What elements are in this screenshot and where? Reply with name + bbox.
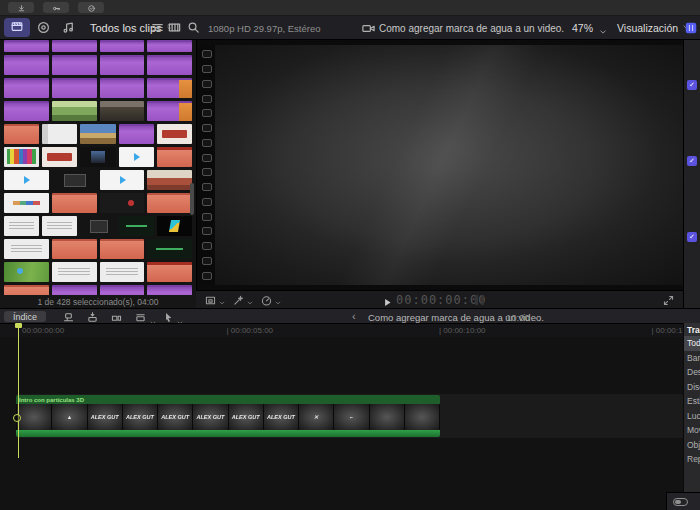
clip-thumbnail-white-doc[interactable] — [42, 124, 77, 144]
clip-thumbnail-dark-window[interactable] — [52, 170, 97, 190]
clip-thumbnail-purple[interactable] — [100, 55, 145, 75]
browser-scrollbar[interactable] — [190, 183, 194, 215]
zoom-level-value[interactable]: 47% — [572, 22, 593, 34]
music-browser-button[interactable] — [61, 20, 76, 39]
zoom-chevron-down-icon[interactable] — [598, 23, 608, 41]
clip-thumbnail-terminal[interactable] — [100, 193, 145, 213]
browser-row — [4, 101, 192, 121]
playhead-knob[interactable] — [15, 323, 22, 328]
clip-thumbnail-coral[interactable] — [147, 193, 192, 213]
title-clip-filmstrip: ▲ALEX GUTALEX GUTALEX GUTALEX GUTALEX GU… — [16, 404, 440, 430]
key-button[interactable] — [43, 2, 69, 13]
clip-thumbnail-coral[interactable] — [100, 239, 145, 259]
clip-thumbnail-purple[interactable] — [119, 124, 154, 144]
transitions-category-barri[interactable]: Barri — [684, 351, 700, 366]
timeline-back-button[interactable]: ‹ — [352, 310, 356, 322]
clip-thumbnail-purple[interactable] — [100, 285, 145, 295]
clip-thumbnail-coral[interactable] — [4, 285, 49, 295]
sprocket-hole — [202, 272, 212, 280]
viewer-controls-bar: 00:00:00:00 — [196, 290, 683, 308]
timeline-body[interactable]: Intro con partículas 3D ▲ALEX GUTALEX GU… — [0, 337, 683, 510]
transitions-category-repli[interactable]: Repli — [684, 452, 700, 467]
media-browser-button[interactable] — [4, 18, 30, 37]
transitions-category-dese[interactable]: Dese — [684, 365, 700, 380]
transitions-browser-toggle-button[interactable] — [684, 20, 698, 36]
clip-thumbnail-purple-orange[interactable] — [147, 78, 192, 98]
filmstrip-view-button[interactable] — [167, 20, 182, 39]
clip-thumbnail-purple[interactable] — [100, 78, 145, 98]
clip-thumbnail-white-play[interactable] — [4, 170, 49, 190]
clip-thumbnail-purple[interactable] — [100, 40, 145, 52]
sprocket-hole — [202, 124, 212, 132]
clip-thumbnail-purple[interactable] — [4, 55, 49, 75]
browser-row — [4, 262, 192, 282]
audio-meters[interactable] — [475, 295, 484, 305]
clip-thumbnail-white-red[interactable] — [157, 124, 192, 144]
clip-thumbnail-coral-red[interactable] — [147, 262, 192, 282]
checkbox-checked-icon[interactable]: ✓ — [687, 156, 697, 166]
clip-thumbnail-white-text[interactable] — [4, 216, 39, 236]
clip-thumbnail-dark-green[interactable] — [147, 239, 192, 259]
clip-thumbnail-purple[interactable] — [52, 285, 97, 295]
clip-thumbnail-white-play[interactable] — [119, 147, 154, 167]
transitions-category-estili[interactable]: Estili — [684, 394, 700, 409]
clip-thumbnail-game[interactable] — [80, 124, 115, 144]
download-button[interactable] — [8, 2, 34, 13]
clip-thumbnail-purple[interactable] — [4, 78, 49, 98]
clip-thumbnail-coral[interactable] — [52, 193, 97, 213]
transitions-category-luce[interactable]: Luce — [684, 409, 700, 424]
clip-thumbnail-purple[interactable] — [147, 40, 192, 52]
view-menu-button[interactable]: Visualización — [617, 22, 691, 34]
sprocket-hole — [202, 109, 212, 117]
clip-thumbnail-white-text[interactable] — [52, 262, 97, 282]
index-button[interactable]: Índice — [4, 311, 46, 322]
clip-thumbnail-video-green[interactable] — [52, 101, 97, 121]
clip-thumbnail-white-text[interactable] — [4, 239, 49, 259]
clip-thumbnail-purple[interactable] — [52, 78, 97, 98]
clip-thumbnail-grass[interactable] — [4, 262, 49, 282]
checkbox-checked-icon[interactable]: ✓ — [687, 232, 697, 242]
clip-thumbnail-white-text[interactable] — [100, 262, 145, 282]
photos-browser-button[interactable] — [36, 20, 51, 39]
clip-thumbnail-white-red[interactable] — [42, 147, 77, 167]
search-button[interactable] — [186, 20, 201, 39]
clip-thumbnail-purple[interactable] — [4, 40, 49, 52]
clip-thumbnail-black4[interactable] — [157, 216, 192, 236]
clip-thumbnail-coral[interactable] — [4, 124, 39, 144]
playhead-clip-handle[interactable] — [13, 414, 21, 422]
clip-thumbnail-white-logos[interactable] — [4, 193, 49, 213]
clip-thumbnail-purple-orange[interactable] — [147, 101, 192, 121]
transitions-category-movi[interactable]: Movi — [684, 423, 700, 438]
transitions-category-obje[interactable]: Obje — [684, 438, 700, 453]
clip-thumbnail-purple[interactable] — [52, 55, 97, 75]
clip-thumbnail-purple[interactable] — [4, 101, 49, 121]
transitions-category-disol[interactable]: Disol — [684, 380, 700, 395]
clapperboard-icon — [10, 19, 24, 37]
sprocket-hole — [202, 227, 212, 235]
clip-thumbnail-coral[interactable] — [52, 239, 97, 259]
thumbnail-size-control[interactable] — [673, 498, 688, 506]
browser-row — [4, 285, 192, 295]
clip-thumbnail-dark-green[interactable] — [119, 216, 154, 236]
transitions-category-toda[interactable]: Toda — [684, 336, 700, 351]
list-view-button[interactable] — [150, 20, 165, 39]
clip-thumbnail-jaguar[interactable] — [4, 147, 39, 167]
title-clip[interactable]: Intro con partículas 3D ▲ALEX GUTALEX GU… — [16, 395, 440, 437]
checkbox-checked-icon[interactable]: ✓ — [687, 80, 697, 90]
clip-thumbnail-dark-person[interactable] — [80, 147, 115, 167]
history-button[interactable] — [78, 2, 104, 13]
clip-thumbnail-purple[interactable] — [52, 40, 97, 52]
viewer — [196, 40, 683, 290]
view-menu-label: Visualización — [617, 22, 678, 34]
title-clip-name: Intro con partículas 3D — [19, 397, 84, 403]
timeline-ruler[interactable]: 00:00:00:00| 00:00:05:00| 00:00:10:00| 0… — [0, 323, 683, 337]
clip-thumbnail-white-play[interactable] — [100, 170, 145, 190]
playhead[interactable] — [18, 323, 19, 458]
clip-thumbnail-video-person[interactable] — [100, 101, 145, 121]
clip-thumbnail-white-text[interactable] — [42, 216, 77, 236]
clip-thumbnail-photo-red[interactable] — [147, 170, 192, 190]
clip-thumbnail-dark-window[interactable] — [80, 216, 115, 236]
clip-thumbnail-coral-red[interactable] — [157, 147, 192, 167]
clip-thumbnail-purple[interactable] — [147, 55, 192, 75]
clip-thumbnail-purple[interactable] — [147, 285, 192, 295]
